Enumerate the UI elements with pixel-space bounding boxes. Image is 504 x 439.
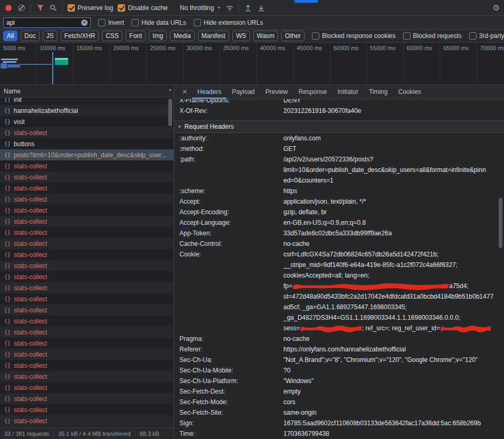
request-row[interactable]: {}stats-collect xyxy=(0,227,174,238)
request-row[interactable]: {}stats-collect xyxy=(0,205,174,216)
details-scrollbar[interactable] xyxy=(498,100,503,438)
clipped-row-area: X-Frame-Options: DENY xyxy=(174,99,504,106)
checkbox-label: 3rd-party requests xyxy=(479,32,504,40)
settings-gear-icon[interactable]: ⚙ xyxy=(493,3,500,13)
filter-chip-img[interactable]: Img xyxy=(149,31,167,41)
json-request-icon: {} xyxy=(4,307,11,313)
hide-extension-urls-checkbox[interactable]: Hide extension URLs xyxy=(194,19,263,26)
hide-data-urls-checkbox[interactable]: Hide data URLs xyxy=(131,19,186,26)
request-row[interactable]: {}stats-collect xyxy=(0,160,174,171)
3rd-party-requests-checkbox[interactable]: 3rd-party requests xyxy=(469,32,504,40)
tab-response[interactable]: Response xyxy=(293,85,332,99)
tab-cookies[interactable]: Cookies xyxy=(393,85,426,99)
scroll-up-arrow-icon[interactable]: ▲ xyxy=(167,86,173,93)
filter-chip-ws[interactable]: WS xyxy=(232,31,250,41)
request-row[interactable]: {}stats-collect xyxy=(0,304,174,316)
header-value: no-cache xyxy=(283,238,504,249)
request-row[interactable]: {}stats-collect xyxy=(0,127,174,138)
request-row[interactable]: {}init xyxy=(0,98,174,105)
tab-timing[interactable]: Timing xyxy=(364,85,393,99)
filter-chip-fetch-xhr[interactable]: Fetch/XHR xyxy=(61,31,99,41)
request-row[interactable]: {}stats-collect xyxy=(0,171,174,183)
search-button[interactable] xyxy=(49,4,58,12)
scrollbar-thumb[interactable] xyxy=(499,198,502,248)
clear-button[interactable] xyxy=(17,4,26,12)
header-name: :method: xyxy=(174,144,283,154)
filter-chip-css[interactable]: CSS xyxy=(102,31,122,41)
request-name: stats-collect xyxy=(14,207,47,214)
request-row[interactable]: {}stats-collect xyxy=(0,260,174,271)
import-har-button[interactable] xyxy=(244,4,252,12)
request-row[interactable]: {}stats-collect xyxy=(0,327,174,338)
request-row-selected[interactable]: {}posts?limit=10&order=publish_date_desc… xyxy=(0,149,174,160)
request-row[interactable]: {}stats-collect xyxy=(0,382,174,393)
request-row[interactable]: {}stats-collect xyxy=(0,271,174,282)
json-request-icon: {} xyxy=(4,285,11,291)
request-row[interactable]: {}stats-collect xyxy=(0,216,174,227)
request-row[interactable]: {}stats-collect xyxy=(0,183,174,194)
request-row[interactable]: {}stats-collect xyxy=(0,393,174,404)
network-conditions-button[interactable] xyxy=(225,4,234,12)
request-row[interactable]: {}stats-collect xyxy=(0,238,174,249)
filter-chip-other[interactable]: Other xyxy=(281,31,305,41)
request-row[interactable]: {}stats-collect xyxy=(0,371,174,382)
header-row: Sec-Fetch-Dest:empty xyxy=(174,386,504,397)
filter-chip-font[interactable]: Font xyxy=(126,31,146,41)
header-row: Sec-Fetch-Mode:cors xyxy=(174,397,504,407)
network-conditions-icon xyxy=(226,4,234,11)
request-name: visit xyxy=(14,118,25,126)
throttling-dropdown[interactable]: No throttling ▼ xyxy=(180,4,221,12)
header-value: onlyfans.com xyxy=(283,133,504,144)
request-row[interactable]: {}stats-collect xyxy=(0,282,174,293)
preserve-log-checkbox[interactable]: Preserve log xyxy=(68,4,113,12)
header-name: :scheme: xyxy=(174,186,283,196)
header-name: Accept-Encoding: xyxy=(174,207,283,217)
request-row[interactable]: {}stats-collect xyxy=(0,249,174,260)
request-row[interactable]: {}stats-collect xyxy=(0,415,174,426)
request-name: stats-collect xyxy=(14,218,47,225)
scrollbar-thumb[interactable] xyxy=(168,99,172,126)
filter-toggle-button[interactable] xyxy=(36,4,44,12)
record-button[interactable] xyxy=(4,4,13,12)
devtools-network-panel: Preserve log Disable cache No throttling… xyxy=(0,0,504,439)
request-row[interactable]: {}stats-collect xyxy=(0,349,174,360)
timeline-overview[interactable]: 5000 ms10000 ms15000 ms20000 ms25000 ms3… xyxy=(0,43,504,85)
tab-payload[interactable]: Payload xyxy=(226,85,260,99)
tab-initiator[interactable]: Initiator xyxy=(332,85,364,99)
request-row[interactable]: {}stats-collect xyxy=(0,293,174,304)
filter-chip-doc[interactable]: Doc xyxy=(21,31,39,41)
export-har-button[interactable] xyxy=(257,4,265,12)
header-row: :path:/api2/v2/users/20572336/posts?limi… xyxy=(174,154,504,186)
filter-input[interactable] xyxy=(6,19,79,26)
request-list-scrollbar[interactable]: ▲ xyxy=(167,86,173,426)
request-row[interactable]: {}stats-collect xyxy=(0,194,174,205)
header-name: Sec-Fetch-Site: xyxy=(174,407,283,418)
header-value: ?0 xyxy=(283,365,504,376)
close-icon[interactable]: ✕ xyxy=(177,88,192,96)
clear-filter-icon[interactable]: ✕ xyxy=(81,20,88,26)
blocked-requests-checkbox[interactable]: Blocked requests xyxy=(403,32,462,40)
request-row[interactable]: {}visit xyxy=(0,116,174,127)
filter-chip-wasm[interactable]: Wasm xyxy=(253,31,279,41)
header-name: X-Frame-Options: xyxy=(174,99,283,106)
timeline-tick: 60000 ms xyxy=(404,43,441,84)
name-column-header[interactable]: Name xyxy=(0,85,174,98)
filter-chip-all[interactable]: All xyxy=(3,31,17,41)
header-value: GET xyxy=(283,144,504,154)
invert-checkbox[interactable]: Invert xyxy=(98,19,124,26)
filter-chip-manifest[interactable]: Manifest xyxy=(198,31,229,41)
disable-cache-checkbox[interactable]: Disable cache xyxy=(118,4,167,12)
header-name: App-Token: xyxy=(174,228,283,238)
blocked-response-cookies-checkbox[interactable]: Blocked response cookies xyxy=(312,32,395,40)
request-row[interactable]: {}hannahelizabethofficial xyxy=(0,105,174,116)
request-row[interactable]: {}stats-collect xyxy=(0,338,174,349)
tab-headers[interactable]: Headers xyxy=(192,85,226,99)
request-headers-section-header[interactable]: ▾ Request Headers xyxy=(174,120,504,133)
request-row[interactable]: {}stats-collect xyxy=(0,404,174,415)
tab-preview[interactable]: Preview xyxy=(260,85,293,99)
request-row[interactable]: {}stats-collect xyxy=(0,316,174,327)
filter-chip-media[interactable]: Media xyxy=(170,31,195,41)
request-row[interactable]: {}stats-collect xyxy=(0,360,174,371)
request-row[interactable]: {}buttons xyxy=(0,138,174,149)
filter-chip-js[interactable]: JS xyxy=(43,31,58,41)
